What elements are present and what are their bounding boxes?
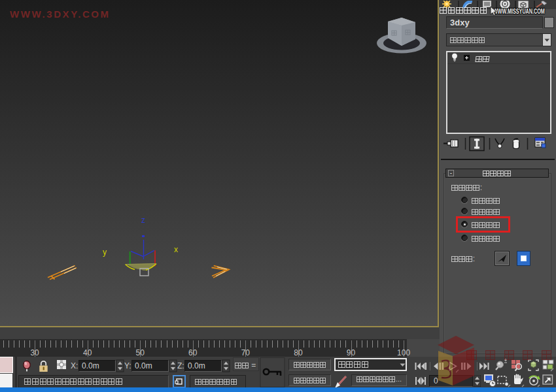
svg-text:z: z xyxy=(141,216,145,225)
svg-text:y: y xyxy=(103,248,107,257)
svg-text:x: x xyxy=(174,245,178,254)
